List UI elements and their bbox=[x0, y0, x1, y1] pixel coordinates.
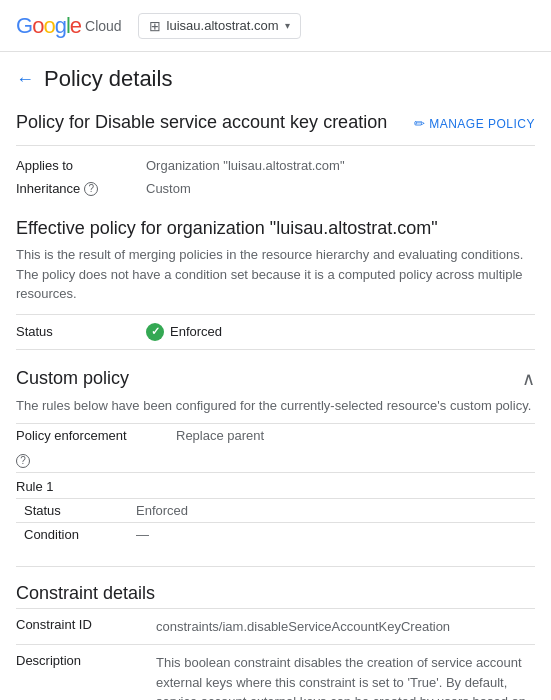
rule-status-label: Status bbox=[16, 503, 136, 518]
inheritance-row: Inheritance ? Custom bbox=[16, 177, 535, 200]
enforcement-help-icon[interactable]: ? bbox=[16, 454, 30, 468]
edit-icon: ✏ bbox=[414, 116, 426, 131]
back-button[interactable]: ← bbox=[16, 69, 34, 90]
applies-to-label: Applies to bbox=[16, 154, 146, 177]
status-value: Enforced bbox=[146, 323, 222, 341]
google-logo: Google bbox=[16, 13, 81, 39]
constraint-details-section: Constraint details Constraint ID constra… bbox=[16, 566, 535, 701]
rule-condition-value: — bbox=[136, 527, 149, 542]
org-grid-icon: ⊞ bbox=[149, 18, 161, 34]
enforcement-label: Policy enforcement bbox=[16, 428, 176, 443]
enforcement-value: Replace parent bbox=[176, 428, 264, 443]
enforcement-row: Policy enforcement Replace parent bbox=[16, 423, 535, 447]
policy-main-title: Policy for Disable service account key c… bbox=[16, 112, 414, 133]
rule-status-row: Status Enforced bbox=[16, 498, 535, 522]
rule-status-value: Enforced bbox=[136, 503, 188, 518]
page-title: Policy details bbox=[44, 66, 172, 92]
header: Google Cloud ⊞ luisau.altostrat.com ▾ bbox=[0, 0, 551, 52]
constraint-description-value: This boolean constraint disables the cre… bbox=[156, 653, 535, 700]
applies-to-value: Organization "luisau.altostrat.com" bbox=[146, 154, 535, 177]
constraint-description-label: Description bbox=[16, 653, 156, 668]
custom-policy-header-row: Custom policy ∧ bbox=[16, 368, 535, 390]
constraint-id-row: Constraint ID constraints/iam.disableSer… bbox=[16, 608, 535, 645]
inheritance-label: Inheritance ? bbox=[16, 177, 146, 200]
org-selector[interactable]: ⊞ luisau.altostrat.com ▾ bbox=[138, 13, 301, 39]
status-label: Status bbox=[16, 324, 146, 339]
chevron-down-icon: ▾ bbox=[285, 20, 290, 31]
policy-enforcement-section: Policy enforcement Replace parent ? Rule… bbox=[16, 423, 535, 546]
rule-condition-label: Condition bbox=[16, 527, 136, 542]
constraint-details-title: Constraint details bbox=[16, 566, 535, 604]
inheritance-help-icon[interactable]: ? bbox=[84, 182, 98, 196]
google-cloud-logo: Google Cloud bbox=[16, 13, 122, 39]
effective-policy-status-row: Status Enforced bbox=[16, 314, 535, 350]
manage-policy-button[interactable]: ✏ MANAGE POLICY bbox=[414, 112, 535, 131]
main-content: Policy for Disable service account key c… bbox=[0, 100, 551, 700]
constraint-id-value: constraints/iam.disableServiceAccountKey… bbox=[156, 617, 450, 637]
cloud-text: Cloud bbox=[85, 18, 122, 34]
check-circle-icon bbox=[146, 323, 164, 341]
org-selector-text: luisau.altostrat.com bbox=[167, 18, 279, 33]
help-row: ? bbox=[16, 447, 535, 472]
collapse-icon[interactable]: ∧ bbox=[522, 368, 535, 390]
constraint-id-label: Constraint ID bbox=[16, 617, 156, 632]
effective-policy-description: This is the result of merging policies i… bbox=[16, 245, 535, 304]
rule-condition-row: Condition — bbox=[16, 522, 535, 546]
constraint-description-row: Description This boolean constraint disa… bbox=[16, 644, 535, 700]
inheritance-value: Custom bbox=[146, 177, 535, 200]
effective-policy-title: Effective policy for organization "luisa… bbox=[16, 218, 535, 239]
rule-title: Rule 1 bbox=[16, 472, 535, 498]
custom-policy-title: Custom policy bbox=[16, 368, 129, 389]
applies-to-row: Applies to Organization "luisau.altostra… bbox=[16, 154, 535, 177]
policy-header-section: Policy for Disable service account key c… bbox=[16, 100, 535, 146]
policy-meta-table: Applies to Organization "luisau.altostra… bbox=[16, 154, 535, 200]
breadcrumb-area: ← Policy details bbox=[0, 52, 551, 100]
custom-policy-description: The rules below have been configured for… bbox=[16, 396, 535, 416]
